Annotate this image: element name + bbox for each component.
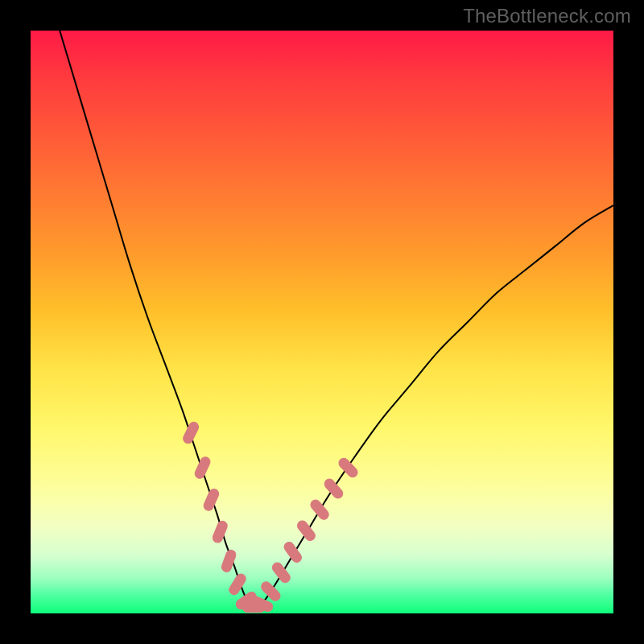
- svg-rect-13: [309, 498, 331, 522]
- watermark-text: TheBottleneck.com: [463, 5, 631, 27]
- svg-rect-14: [323, 477, 345, 501]
- svg-rect-2: [202, 488, 220, 512]
- svg-rect-0: [182, 420, 200, 444]
- plot-area: [31, 31, 613, 613]
- curve-marker: [309, 498, 331, 522]
- bottleneck-chart: [31, 31, 613, 613]
- svg-rect-12: [295, 518, 317, 542]
- curve-marker: [270, 561, 292, 584]
- curve-line: [60, 31, 613, 609]
- curve-marker: [228, 572, 248, 597]
- svg-rect-15: [337, 456, 360, 479]
- svg-rect-10: [270, 561, 292, 584]
- curve-marker: [221, 549, 237, 573]
- curve-marker: [202, 488, 220, 512]
- curve-marker: [295, 518, 317, 542]
- curve-marker: [337, 456, 360, 479]
- svg-rect-4: [221, 549, 237, 573]
- chart-frame: TheBottleneck.com: [0, 0, 644, 644]
- svg-rect-3: [211, 519, 229, 543]
- svg-rect-1: [193, 456, 212, 480]
- svg-rect-5: [228, 572, 248, 597]
- curve-marker: [211, 519, 229, 543]
- curve-marker: [182, 420, 200, 444]
- curve-marker: [193, 456, 212, 480]
- curve-marker: [323, 477, 345, 501]
